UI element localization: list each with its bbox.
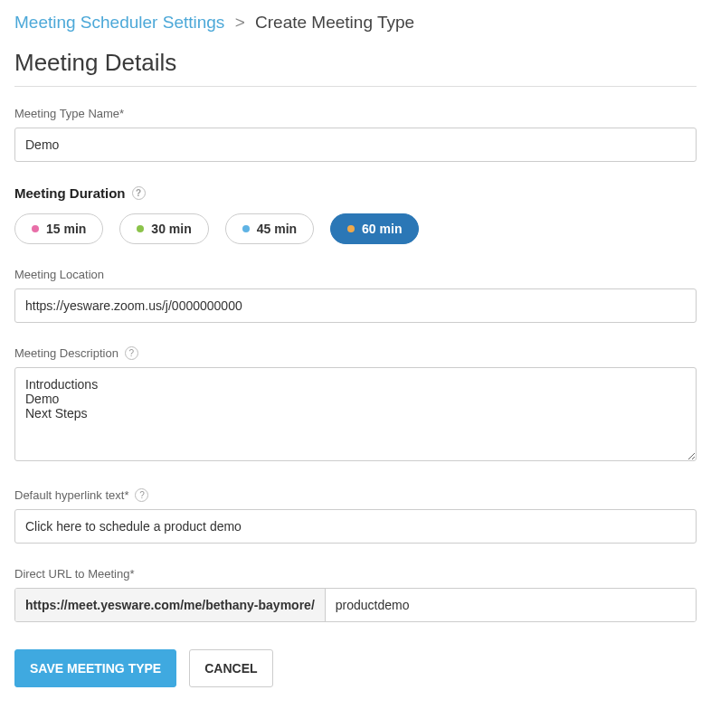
hyperlink-text-field: Default hyperlink text* ? bbox=[14, 488, 697, 544]
duration-option-30-min[interactable]: 30 min bbox=[119, 213, 208, 244]
dot-icon bbox=[347, 225, 355, 232]
breadcrumb-parent-link[interactable]: Meeting Scheduler Settings bbox=[14, 13, 224, 32]
chevron-right-icon: > bbox=[235, 13, 245, 32]
meeting-duration-label: Meeting Duration bbox=[14, 185, 126, 201]
save-button[interactable]: SAVE MEETING TYPE bbox=[14, 649, 176, 687]
help-icon[interactable]: ? bbox=[125, 346, 138, 360]
meeting-description-field: Meeting Description ? bbox=[14, 346, 697, 465]
duration-option-45-min[interactable]: 45 min bbox=[225, 213, 314, 244]
direct-url-input[interactable] bbox=[326, 589, 696, 621]
duration-option-label: 30 min bbox=[151, 222, 191, 236]
meeting-name-label: Meeting Type Name* bbox=[14, 107, 697, 120]
duration-option-label: 60 min bbox=[362, 222, 402, 236]
direct-url-prefix: https://meet.yesware.com/me/bethany-baym… bbox=[15, 589, 326, 621]
meeting-description-label: Meeting Description bbox=[14, 346, 118, 360]
meeting-location-field: Meeting Location bbox=[14, 268, 697, 323]
hyperlink-text-input[interactable] bbox=[14, 509, 697, 544]
duration-options: 15 min30 min45 min60 min bbox=[14, 213, 697, 244]
meeting-duration-field: Meeting Duration ? 15 min30 min45 min60 … bbox=[14, 185, 697, 244]
duration-option-60-min[interactable]: 60 min bbox=[330, 213, 419, 244]
breadcrumb-current: Create Meeting Type bbox=[255, 13, 414, 32]
dot-icon bbox=[32, 225, 39, 232]
meeting-location-input[interactable] bbox=[14, 288, 697, 323]
meeting-description-textarea[interactable] bbox=[14, 367, 697, 461]
dot-icon bbox=[242, 225, 250, 232]
direct-url-label: Direct URL to Meeting* bbox=[14, 567, 697, 581]
cancel-button[interactable]: CANCEL bbox=[189, 649, 272, 687]
duration-option-label: 45 min bbox=[257, 222, 297, 236]
page-title: Meeting Details bbox=[14, 49, 697, 87]
direct-url-field: Direct URL to Meeting* https://meet.yesw… bbox=[14, 567, 697, 622]
meeting-location-label: Meeting Location bbox=[14, 268, 697, 281]
meeting-name-field: Meeting Type Name* bbox=[14, 107, 697, 162]
action-buttons: SAVE MEETING TYPE CANCEL bbox=[14, 649, 697, 687]
hyperlink-text-label: Default hyperlink text* bbox=[14, 488, 128, 502]
help-icon[interactable]: ? bbox=[135, 488, 148, 502]
help-icon[interactable]: ? bbox=[132, 186, 146, 200]
dot-icon bbox=[137, 225, 144, 232]
breadcrumb: Meeting Scheduler Settings > Create Meet… bbox=[14, 13, 697, 33]
meeting-name-input[interactable] bbox=[14, 128, 697, 162]
duration-option-label: 15 min bbox=[46, 222, 86, 236]
duration-option-15-min[interactable]: 15 min bbox=[14, 213, 103, 244]
